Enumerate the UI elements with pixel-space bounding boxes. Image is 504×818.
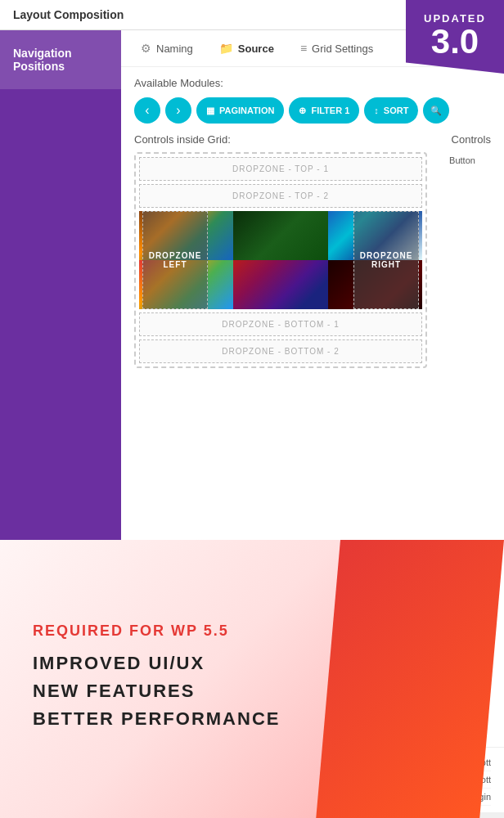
sort-button[interactable]: ↕ SORT bbox=[364, 97, 418, 124]
prev-button[interactable]: ‹ bbox=[134, 97, 160, 124]
version-number: 3.0 bbox=[431, 25, 479, 59]
sidebar-item-navigation-positions[interactable]: Navigation Positions bbox=[0, 30, 121, 89]
pagination-label: PAGINATION bbox=[219, 106, 274, 115]
promo-required-text: REQUIRED FOR WP 5.5 bbox=[33, 622, 368, 640]
filter-icon: ⊕ bbox=[299, 106, 306, 116]
modules-section: Available Modules: ‹ › ▦ PAGINATION ⊕ FI… bbox=[121, 67, 504, 133]
promo-line-3: BETTER PERFORMANCE bbox=[33, 708, 368, 730]
tab-naming[interactable]: ⚙ Naming bbox=[134, 38, 200, 58]
controls-right-label: Controls bbox=[452, 133, 491, 146]
sort-icon: ↕ bbox=[374, 106, 379, 115]
sort-label: SORT bbox=[384, 106, 409, 115]
header-title: Layout Composition bbox=[13, 8, 124, 21]
version-badge: UPDATED 3.0 bbox=[406, 0, 504, 74]
button-label: Button bbox=[434, 152, 491, 169]
grid-image-forest bbox=[233, 211, 327, 260]
next-button[interactable]: › bbox=[165, 97, 191, 124]
promo-content: REQUIRED FOR WP 5.5 IMPROVED UI/UX NEW F… bbox=[0, 540, 504, 818]
dropzone-left[interactable]: DROPZONE LEFT bbox=[142, 211, 208, 309]
dropzone-top-1[interactable]: DROPZONE - TOP - 1 bbox=[139, 157, 422, 181]
tab-source-label: Source bbox=[238, 43, 274, 55]
folder-icon: 📁 bbox=[219, 42, 233, 55]
gear-icon: ⚙ bbox=[141, 42, 151, 55]
grid-main: DROPZONE - TOP - 1 DROPZONE - TOP - 2 DR… bbox=[134, 152, 427, 368]
dropzone-bottom-1[interactable]: DROPZONE - BOTTOM - 1 bbox=[139, 312, 422, 336]
tab-grid-settings[interactable]: ≡ Grid Settings bbox=[294, 38, 380, 58]
dropzone-right[interactable]: DROPZONE RIGHT bbox=[353, 211, 419, 309]
dropzone-bottom-2[interactable]: DROPZONE - BOTTOM - 2 bbox=[139, 339, 422, 363]
right-panel: Button bbox=[434, 152, 491, 368]
filter-label: FILTER 1 bbox=[311, 106, 349, 115]
modules-label: Available Modules: bbox=[134, 77, 491, 89]
search-button[interactable]: 🔍 bbox=[423, 97, 449, 124]
tab-grid-settings-label: Grid Settings bbox=[312, 43, 373, 55]
grid-icon: ≡ bbox=[300, 42, 307, 55]
filter-button[interactable]: ⊕ FILTER 1 bbox=[289, 97, 359, 124]
promo-line-2: NEW FEATURES bbox=[33, 681, 368, 702]
grid-container: DROPZONE - TOP - 1 DROPZONE - TOP - 2 DR… bbox=[134, 152, 491, 368]
grid-header-row: Controls inside Grid: Controls bbox=[134, 133, 491, 146]
controls-inside-label: Controls inside Grid: bbox=[134, 133, 231, 146]
sidebar-nav-label: Navigation Positions bbox=[13, 47, 72, 73]
search-icon: 🔍 bbox=[430, 106, 442, 116]
promo-banner: REQUIRED FOR WP 5.5 IMPROVED UI/UX NEW F… bbox=[0, 540, 504, 818]
tab-naming-label: Naming bbox=[156, 43, 193, 55]
images-with-dropzones: DROPZONE LEFT DROPZONE bbox=[139, 211, 422, 309]
promo-right-decoration bbox=[316, 540, 504, 818]
grid-image-flowers bbox=[233, 260, 327, 309]
pagination-icon: ▦ bbox=[206, 106, 214, 116]
promo-line-1: IMPROVED UI/UX bbox=[33, 653, 368, 674]
modules-controls: ‹ › ▦ PAGINATION ⊕ FILTER 1 ↕ SORT 🔍 bbox=[134, 97, 491, 124]
dropzone-top-2[interactable]: DROPZONE - TOP - 2 bbox=[139, 184, 422, 208]
tab-source[interactable]: 📁 Source bbox=[213, 38, 281, 58]
pagination-button[interactable]: ▦ PAGINATION bbox=[196, 97, 284, 124]
